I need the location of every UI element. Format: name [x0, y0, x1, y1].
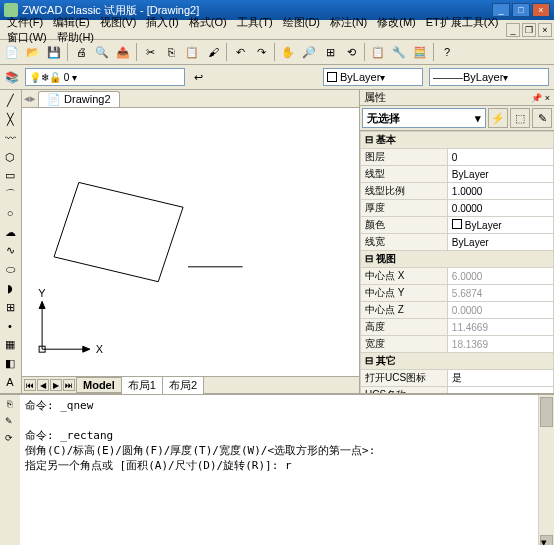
menu-item[interactable]: ET扩展工具(X) — [421, 14, 504, 30]
undo-icon[interactable]: ↶ — [230, 42, 250, 62]
prop-value[interactable]: 1.0000 — [447, 183, 553, 200]
cloud-icon[interactable]: ☁ — [1, 223, 19, 241]
prop-key: 图层 — [361, 149, 448, 166]
publish-icon[interactable]: 📤 — [113, 42, 133, 62]
ellipse-icon[interactable]: ⬭ — [1, 261, 19, 279]
zoom-prev-icon[interactable]: ⟲ — [341, 42, 361, 62]
calc-icon[interactable]: 🧮 — [410, 42, 430, 62]
selectobj-icon[interactable]: ⬚ — [510, 108, 530, 128]
point-icon[interactable]: • — [1, 317, 19, 335]
prop-value[interactable]: 5.6874 — [447, 285, 553, 302]
prop-value[interactable]: 18.1369 — [447, 336, 553, 353]
prop-value[interactable]: 11.4669 — [447, 319, 553, 336]
command-scrollbar[interactable]: ▾ — [538, 395, 554, 545]
layout1-tab[interactable]: 布局1 — [121, 376, 163, 395]
properties-grid[interactable]: ⊟ 基本图层0线型ByLayer线型比例1.0000厚度0.0000颜色ByLa… — [360, 131, 554, 393]
tool-icon[interactable]: 🔧 — [389, 42, 409, 62]
cut-icon[interactable]: ✂ — [140, 42, 160, 62]
cmd-tool3-icon[interactable]: ⟳ — [1, 430, 17, 446]
doc-minimize-button[interactable]: _ — [506, 23, 520, 37]
maximize-button[interactable]: □ — [512, 3, 530, 17]
pickadd-icon[interactable]: ✎ — [532, 108, 552, 128]
properties-icon[interactable]: 📋 — [368, 42, 388, 62]
model-tab[interactable]: Model — [76, 377, 122, 393]
print-icon[interactable]: 🖨 — [71, 42, 91, 62]
menu-item[interactable]: 视图(V) — [95, 14, 142, 30]
prop-group[interactable]: ⊟ 视图 — [361, 251, 554, 268]
region-icon[interactable]: ◧ — [1, 355, 19, 373]
copy-icon[interactable]: ⎘ — [161, 42, 181, 62]
selection-combo[interactable]: 无选择▾ — [362, 108, 486, 128]
pin-icon[interactable]: 📌 × — [531, 93, 550, 103]
hatch-icon[interactable]: ▦ — [1, 336, 19, 354]
menu-item[interactable]: 修改(M) — [372, 14, 421, 30]
prop-group[interactable]: ⊟ 基本 — [361, 132, 554, 149]
prop-value[interactable]: ByLayer — [447, 166, 553, 183]
tab-prev-icon[interactable]: ◀ — [37, 379, 49, 391]
prop-value[interactable]: 是 — [447, 370, 553, 387]
canvas-area: ◂▸ 📄 Drawing2 X Y ⏮ ◀ ▶ ⏭ Model 布局1 布局2 — [22, 90, 359, 393]
spline-icon[interactable]: ∿ — [1, 242, 19, 260]
block-icon[interactable]: ⊞ — [1, 298, 19, 316]
command-panel: ⎘ ✎ ⟳ 命令: _qnew 命令: _rectang倒角(C)/标高(E)/… — [0, 393, 554, 545]
prop-value[interactable]: 0.0000 — [447, 200, 553, 217]
cmd-tool2-icon[interactable]: ✎ — [1, 413, 17, 429]
prop-key: 高度 — [361, 319, 448, 336]
arc-icon[interactable]: ⌒ — [1, 186, 19, 204]
prop-value[interactable]: 0.0000 — [447, 302, 553, 319]
tab-first-icon[interactable]: ⏮ — [24, 379, 36, 391]
prop-group[interactable]: ⊟ 其它 — [361, 353, 554, 370]
menu-item[interactable]: 文件(F) — [2, 14, 48, 30]
help-icon[interactable]: ? — [437, 42, 457, 62]
menu-item[interactable]: 工具(T) — [232, 14, 278, 30]
zoom-icon[interactable]: 🔎 — [299, 42, 319, 62]
polygon-icon[interactable]: ⬡ — [1, 148, 19, 166]
new-icon[interactable]: 📄 — [2, 42, 22, 62]
drawing-tab[interactable]: 📄 Drawing2 — [38, 91, 120, 107]
prop-value[interactable] — [447, 387, 553, 394]
preview-icon[interactable]: 🔍 — [92, 42, 112, 62]
zoom-window-icon[interactable]: ⊞ — [320, 42, 340, 62]
match-icon[interactable]: 🖌 — [203, 42, 223, 62]
prop-value[interactable]: ByLayer — [447, 234, 553, 251]
doc-restore-button[interactable]: ❐ — [522, 23, 536, 37]
prop-value[interactable]: ByLayer — [447, 217, 553, 234]
redo-icon[interactable]: ↷ — [251, 42, 271, 62]
tab-last-icon[interactable]: ⏭ — [63, 379, 75, 391]
quickselect-icon[interactable]: ⚡ — [488, 108, 508, 128]
cmd-tool1-icon[interactable]: ⎘ — [1, 396, 17, 412]
prop-value[interactable]: 0 — [447, 149, 553, 166]
axis-x-label: X — [96, 343, 104, 355]
menu-item[interactable]: 绘图(D) — [278, 14, 325, 30]
line-icon[interactable]: ╱ — [1, 92, 19, 110]
layer-combo[interactable]: 💡❄🔓 0 ▾ — [25, 68, 185, 86]
menu-item[interactable]: 格式(O) — [184, 14, 232, 30]
ellipse-arc-icon[interactable]: ◗ — [1, 280, 19, 298]
pan-icon[interactable]: ✋ — [278, 42, 298, 62]
layer-prev-icon[interactable]: ↩ — [188, 67, 208, 87]
paste-icon[interactable]: 📋 — [182, 42, 202, 62]
menu-item[interactable]: 编辑(E) — [48, 14, 95, 30]
save-icon[interactable]: 💾 — [44, 42, 64, 62]
model-tabs: ⏮ ◀ ▶ ⏭ Model 布局1 布局2 — [22, 376, 359, 393]
layer-manager-icon[interactable]: 📚 — [2, 67, 22, 87]
open-icon[interactable]: 📂 — [23, 42, 43, 62]
pline-icon[interactable]: 〰 — [1, 130, 19, 148]
prop-value[interactable]: 6.0000 — [447, 268, 553, 285]
tab-nav-icon[interactable]: ◂▸ — [24, 92, 36, 105]
rect-icon[interactable]: ▭ — [1, 167, 19, 185]
menu-item[interactable]: 标注(N) — [325, 14, 372, 30]
text-icon[interactable]: A — [1, 373, 19, 391]
doc-close-button[interactable]: × — [538, 23, 552, 37]
layout2-tab[interactable]: 布局2 — [162, 376, 204, 395]
menu-item[interactable]: 插入(I) — [141, 14, 183, 30]
drawing-canvas[interactable]: X Y — [22, 108, 359, 376]
command-history: 命令: _qnew 命令: _rectang倒角(C)/标高(E)/圆角(F)/… — [20, 395, 538, 545]
circle-icon[interactable]: ○ — [1, 205, 19, 223]
close-button[interactable]: × — [532, 3, 550, 17]
color-combo[interactable]: ByLayer ▾ — [323, 68, 423, 86]
tab-next-icon[interactable]: ▶ — [50, 379, 62, 391]
xline-icon[interactable]: ╳ — [1, 111, 19, 129]
svg-marker-4 — [83, 346, 90, 352]
linetype-combo[interactable]: ——— ByLayer ▾ — [429, 68, 549, 86]
